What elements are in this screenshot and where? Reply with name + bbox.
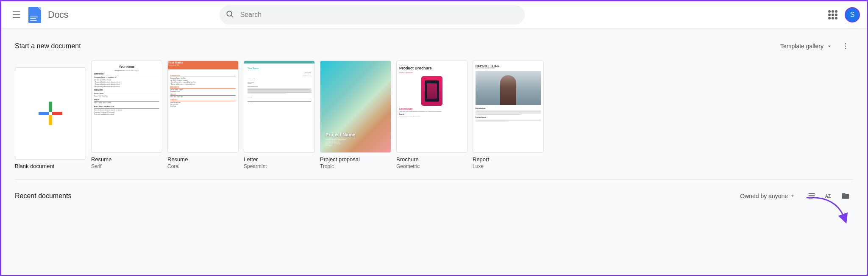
app-header: Docs S	[1, 1, 867, 28]
docs-logo-icon	[28, 6, 45, 23]
svg-point-3	[845, 46, 846, 47]
view-icons: AZ	[804, 188, 853, 204]
docs-logo-text: Docs	[48, 9, 68, 20]
template-name-blank: Blank document	[15, 163, 86, 169]
header-right: S	[824, 6, 860, 23]
svg-rect-11	[809, 197, 815, 198]
template-sub-letter-spearmint: Spearmint	[244, 163, 315, 169]
template-report-luxe[interactable]: Report Title Lorem ipsum dolor sit amet …	[473, 61, 544, 169]
plus-icon	[39, 102, 62, 125]
sort-button[interactable]: AZ	[821, 188, 836, 204]
search-input[interactable]	[220, 5, 525, 25]
grid-icon	[828, 10, 837, 19]
svg-rect-8	[49, 115, 52, 125]
template-name-resume-serif: Resume	[91, 156, 162, 163]
expand-icon	[826, 43, 833, 50]
svg-rect-7	[52, 112, 62, 115]
templates-row: Blank document Your Name email@email.com…	[15, 61, 853, 169]
template-sub-report-luxe: Luxe	[473, 163, 544, 169]
svg-point-4	[845, 48, 846, 50]
svg-rect-5	[39, 112, 49, 115]
apps-button[interactable]	[824, 6, 841, 23]
recent-documents-title: Recent documents	[15, 192, 71, 200]
project-tropic-thumb: Project Name Subtitle or description her…	[320, 61, 391, 153]
svg-point-2	[845, 43, 846, 44]
main-content: Start a new document Template gallery	[1, 28, 867, 214]
template-sub-resume-coral: Coral	[167, 163, 239, 169]
avatar[interactable]: S	[845, 7, 860, 22]
svg-rect-10	[809, 195, 815, 196]
list-view-icon	[807, 192, 816, 200]
template-resume-serif[interactable]: Your Name email@email.com · 555-555-5555…	[91, 61, 162, 169]
template-project-tropic[interactable]: Project Name Subtitle or description her…	[320, 61, 391, 169]
dropdown-icon	[790, 193, 796, 199]
template-section-header: Start a new document Template gallery	[15, 39, 853, 54]
template-name-brochure-geometric: Brochure	[396, 156, 467, 163]
search-bar	[220, 5, 525, 25]
recent-controls: Owned by anyone	[737, 188, 853, 204]
template-sub-resume-serif: Serif	[91, 163, 162, 169]
svg-rect-9	[809, 193, 815, 194]
hamburger-icon	[13, 11, 20, 18]
letter-spearmint-thumb: Your Name Your Address City, State, ZIP …	[244, 61, 315, 153]
template-gallery-button[interactable]: Template gallery	[777, 40, 836, 52]
template-name-project-tropic: Project proposal	[320, 156, 391, 163]
folder-icon	[841, 192, 850, 200]
more-vert-icon	[841, 42, 850, 50]
svg-text:AZ: AZ	[825, 194, 831, 199]
template-name-report-luxe: Report	[473, 156, 544, 163]
recent-section: Recent documents Owned by anyone	[15, 179, 853, 204]
list-view-button[interactable]	[804, 188, 819, 204]
start-new-document-title: Start a new document	[15, 42, 81, 50]
blank-thumb	[15, 67, 86, 160]
sort-icon: AZ	[824, 192, 833, 200]
report-luxe-thumb: Report Title Lorem ipsum dolor sit amet …	[473, 61, 544, 153]
template-sub-brochure-geometric: Geometric	[396, 163, 467, 169]
template-resume-coral[interactable]: Your Name Professional Title EXPERIENCE …	[167, 61, 239, 169]
open-file-picker-button[interactable]	[838, 188, 853, 204]
menu-button[interactable]	[8, 6, 25, 23]
template-name-resume-coral: Resume	[167, 156, 239, 163]
svg-rect-12	[809, 199, 813, 199]
template-sub-project-tropic: Tropic	[320, 163, 391, 169]
docs-logo[interactable]: Docs	[28, 6, 68, 23]
resume-serif-thumb: Your Name email@email.com · 555-555-5555…	[91, 61, 162, 153]
resume-coral-thumb: Your Name Professional Title EXPERIENCE …	[167, 61, 239, 153]
recent-header: Recent documents Owned by anyone	[15, 188, 853, 204]
owned-by-button[interactable]: Owned by anyone	[737, 190, 799, 202]
svg-rect-6	[49, 102, 52, 112]
template-name-letter-spearmint: Letter	[244, 156, 315, 163]
template-blank[interactable]: Blank document	[15, 67, 86, 169]
template-brochure-geometric[interactable]: Your Company Product Brochure Product Ov…	[396, 61, 467, 169]
brochure-geometric-thumb: Your Company Product Brochure Product Ov…	[396, 61, 467, 153]
more-options-button[interactable]	[838, 39, 853, 54]
template-letter-spearmint[interactable]: Your Name Your Address City, State, ZIP …	[244, 61, 315, 169]
